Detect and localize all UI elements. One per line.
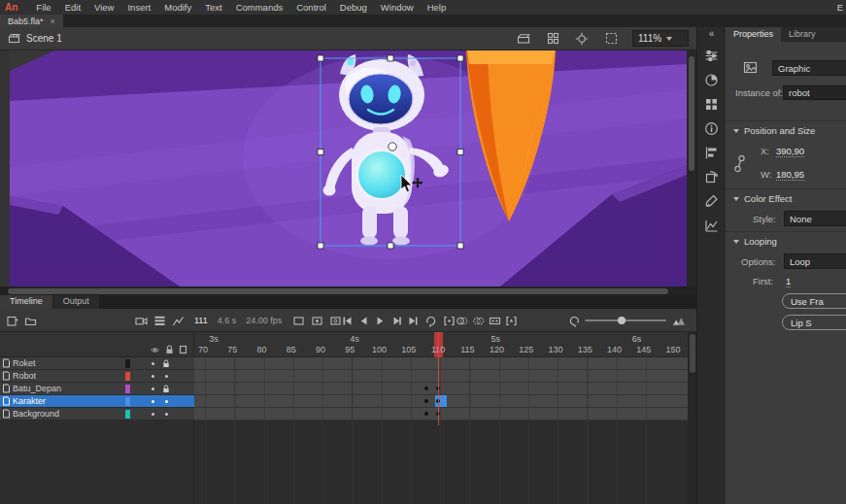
frame-size-icon[interactable] — [672, 314, 686, 327]
layer-lock-toggle[interactable] — [159, 359, 173, 368]
edit-scene-icon[interactable] — [516, 32, 531, 46]
frame-grid-empty[interactable] — [194, 420, 688, 504]
reset-timeline-zoom-icon[interactable] — [567, 314, 581, 327]
layer-lock-toggle[interactable] — [159, 385, 173, 393]
layer-outline-color[interactable] — [125, 397, 130, 406]
layer-item-background[interactable]: Background — [0, 408, 194, 420]
workspace-button[interactable]: E — [837, 2, 846, 13]
menu-control[interactable]: Control — [289, 2, 333, 13]
layer-visibility-toggle[interactable] — [146, 375, 159, 378]
brush-library-panel-icon[interactable] — [703, 193, 721, 210]
keyframe-dot[interactable] — [424, 399, 428, 403]
camera-icon[interactable] — [134, 314, 148, 327]
menu-help[interactable]: Help — [421, 2, 454, 13]
playhead-line[interactable] — [438, 332, 440, 425]
layer-lock-toggle[interactable] — [159, 375, 173, 378]
menu-view[interactable]: View — [87, 2, 120, 13]
layer-outline-color[interactable] — [125, 385, 130, 393]
tab-library[interactable]: Library — [781, 27, 824, 42]
layer-visibility-toggle[interactable] — [146, 387, 159, 390]
step-back-icon[interactable] — [356, 314, 370, 327]
scroll-thumb[interactable] — [689, 56, 694, 171]
document-tab[interactable]: Bab5.fla* × — [0, 15, 63, 27]
section-looping[interactable]: Looping — [733, 236, 777, 247]
tab-close-icon[interactable]: × — [51, 17, 55, 26]
motion-editor-panel-icon[interactable] — [703, 218, 721, 234]
align-panel-icon[interactable] — [703, 145, 721, 161]
instance-name-button[interactable]: robot — [783, 85, 846, 100]
frame-row-roket[interactable] — [194, 357, 688, 370]
info-panel-icon[interactable] — [703, 120, 721, 137]
loop-options-select[interactable]: Loop — [784, 253, 846, 269]
show-all-layers-as-outlines-icon[interactable] — [179, 345, 187, 354]
layer-item-roket[interactable]: Roket — [0, 357, 194, 370]
layer-item-karakter[interactable]: Karakter — [0, 395, 194, 408]
symbol-type-select[interactable]: Graphic — [772, 60, 846, 76]
layer-visibility-toggle[interactable] — [146, 362, 159, 365]
layer-lock-toggle[interactable] — [159, 413, 173, 416]
layer-outline-color[interactable] — [125, 372, 130, 381]
frame-rate[interactable]: 24.00 fps — [246, 316, 282, 325]
center-stage-icon[interactable] — [574, 32, 590, 46]
use-frame-picker-button[interactable]: Use Fra — [782, 293, 846, 309]
layer-outline-color[interactable] — [125, 359, 130, 368]
menu-debug[interactable]: Debug — [333, 2, 374, 13]
menu-modify[interactable]: Modify — [157, 2, 198, 13]
menu-edit[interactable]: Edit — [58, 2, 87, 13]
menu-text[interactable]: Text — [198, 2, 228, 13]
tab-timeline[interactable]: Timeline — [0, 295, 52, 309]
onion-skin-outlines-icon[interactable] — [471, 314, 485, 327]
swatches-panel-icon[interactable] — [703, 96, 721, 113]
new-folder-icon[interactable] — [23, 314, 37, 327]
stage-horizontal-scrollbar[interactable] — [0, 286, 696, 295]
first-frame-value[interactable]: 1 — [786, 276, 791, 287]
scene-name[interactable]: Scene 1 — [26, 33, 62, 44]
scroll-thumb[interactable] — [8, 288, 668, 294]
tab-output[interactable]: Output — [53, 295, 99, 309]
new-layer-icon[interactable] — [5, 314, 18, 327]
section-color-effect[interactable]: Color Effect — [733, 193, 792, 204]
x-value[interactable]: 390,90 — [776, 146, 804, 157]
transform-panel-icon[interactable] — [703, 169, 721, 185]
menu-window[interactable]: Window — [374, 2, 421, 13]
zoom-select[interactable]: 111% — [632, 30, 689, 47]
link-width-height-icon[interactable] — [733, 153, 746, 175]
keyframe-dot[interactable] — [424, 386, 428, 390]
properties-panel-icon[interactable] — [703, 48, 721, 64]
frame-row-batu_depan[interactable] — [194, 383, 688, 395]
menu-file[interactable]: File — [29, 2, 57, 13]
play-icon[interactable] — [373, 314, 387, 327]
frame-row-robot[interactable] — [194, 370, 688, 383]
onion-skin-icon[interactable] — [455, 314, 468, 327]
edit-symbols-icon[interactable] — [545, 32, 560, 46]
timeline-zoom-slider[interactable] — [585, 319, 666, 321]
loop-range-icon[interactable] — [442, 314, 456, 327]
w-value[interactable]: 180,95 — [776, 169, 804, 181]
scroll-thumb[interactable] — [690, 334, 695, 373]
timeline-vertical-scrollbar[interactable] — [688, 332, 696, 504]
frame-row-karakter[interactable] — [194, 395, 688, 408]
layer-visibility-toggle[interactable] — [146, 413, 159, 416]
layer-item-batu_depan[interactable]: Batu_Depan — [0, 383, 194, 395]
slider-knob[interactable] — [618, 317, 626, 324]
lip-syncing-button[interactable]: Lip S — [782, 315, 846, 330]
current-frame-counter[interactable]: 111 — [194, 316, 208, 325]
go-to-last-frame-icon[interactable] — [406, 314, 420, 327]
layer-outline-color[interactable] — [125, 410, 130, 419]
collapse-panels-icon[interactable]: « — [709, 28, 715, 40]
insert-frame-icon[interactable] — [291, 314, 305, 327]
stage-vertical-scrollbar[interactable] — [687, 50, 696, 286]
step-forward-icon[interactable] — [389, 314, 403, 327]
modify-markers-icon[interactable] — [504, 314, 518, 327]
frame-row-background[interactable] — [194, 408, 688, 420]
style-select[interactable]: None — [784, 211, 846, 226]
insert-keyframe-icon[interactable] — [310, 314, 323, 327]
go-to-first-frame-icon[interactable] — [340, 314, 354, 327]
clip-content-icon[interactable] — [603, 32, 619, 46]
section-position-size[interactable]: Position and Size — [733, 125, 815, 136]
layers-view-icon[interactable] — [152, 314, 166, 327]
layer-item-robot[interactable]: Robot — [0, 370, 194, 383]
menu-insert[interactable]: Insert — [120, 2, 157, 13]
loop-playback-icon[interactable] — [423, 314, 437, 327]
tab-properties[interactable]: Properties — [726, 27, 781, 42]
